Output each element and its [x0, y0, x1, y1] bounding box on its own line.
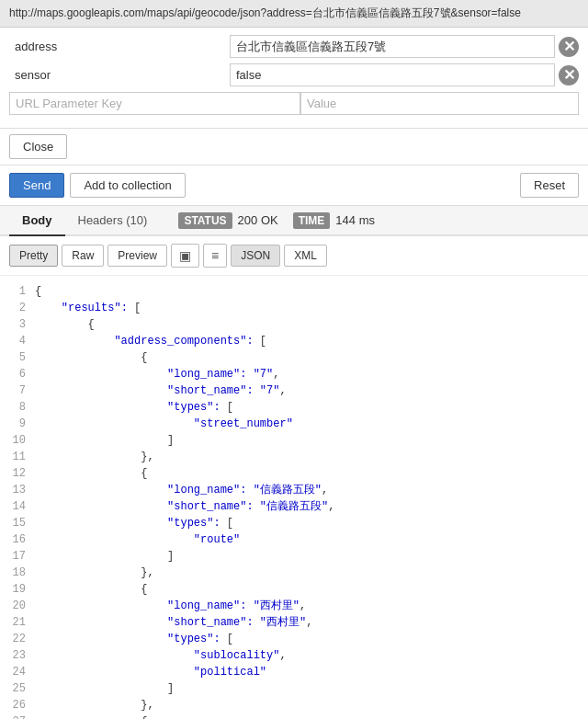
line-content: "short_name": "信義路五段",: [35, 498, 334, 515]
param-value-wrap: ✕: [230, 63, 579, 86]
code-line: 27 {: [9, 713, 579, 719]
line-content: "political": [35, 664, 266, 680]
pretty-button[interactable]: Pretty: [9, 245, 58, 267]
code-line: 2 "results": [: [9, 300, 579, 316]
line-number: 5: [9, 349, 35, 366]
code-line: 6 "long_name": "7",: [9, 366, 579, 382]
url-text: http://maps.googleapis.com/maps/api/geoc…: [9, 6, 521, 19]
line-content: {: [35, 349, 147, 366]
code-line: 13 "long_name": "信義路五段",: [9, 482, 579, 498]
actions-row: Send Add to collection Reset: [0, 165, 588, 206]
status-label: STATUS: [178, 212, 232, 229]
copy-icon-button[interactable]: ▣: [171, 244, 199, 268]
code-line: 4 "address_components": [: [9, 333, 579, 349]
send-button[interactable]: Send: [9, 173, 64, 198]
line-content: "types": [: [35, 515, 233, 531]
line-number: 27: [9, 713, 35, 719]
params-section: address✕sensor✕: [0, 28, 588, 129]
line-number: 6: [9, 366, 35, 382]
status-value: 200 OK: [238, 213, 278, 227]
tab-headers[interactable]: Headers (10): [65, 206, 161, 236]
close-button[interactable]: Close: [9, 134, 67, 159]
line-content: {: [35, 465, 147, 482]
wrap-icon-button[interactable]: ≡: [203, 244, 227, 268]
param-key-input[interactable]: [9, 92, 300, 115]
line-content: "long_name": "西村里",: [35, 598, 306, 614]
line-number: 11: [9, 449, 35, 465]
time-value: 144 ms: [335, 213, 375, 227]
line-content: "long_name": "信義路五段",: [35, 482, 328, 498]
line-number: 13: [9, 482, 35, 498]
time-label: TIME: [293, 212, 331, 229]
preview-button[interactable]: Preview: [107, 245, 167, 267]
line-content: "short_name": "西村里",: [35, 614, 312, 631]
line-content: "long_name": "7",: [35, 366, 279, 382]
reset-button[interactable]: Reset: [520, 173, 579, 198]
code-line: 3 {: [9, 316, 579, 333]
line-number: 26: [9, 697, 35, 713]
param-value-wrap: ✕: [230, 35, 579, 58]
param-row: [9, 92, 579, 115]
code-line: 23 "sublocality",: [9, 647, 579, 664]
code-line: 19 {: [9, 581, 579, 598]
line-number: 2: [9, 300, 35, 316]
line-content: ]: [35, 432, 174, 449]
line-number: 9: [9, 416, 35, 432]
line-number: 14: [9, 498, 35, 515]
line-number: 16: [9, 531, 35, 548]
param-row: address✕: [9, 35, 579, 58]
clear-param-button[interactable]: ✕: [559, 65, 579, 86]
code-line: 16 "route": [9, 531, 579, 548]
url-bar: http://maps.googleapis.com/maps/api/geoc…: [0, 0, 588, 28]
code-area: 1{2 "results": [3 {4 "address_components…: [0, 276, 588, 719]
line-number: 4: [9, 333, 35, 349]
line-number: 25: [9, 680, 35, 697]
status-section: STATUS 200 OK TIME 144 ms: [178, 212, 375, 229]
code-line: 9 "street_number": [9, 416, 579, 432]
raw-button[interactable]: Raw: [62, 245, 104, 267]
line-content: },: [35, 697, 154, 713]
code-line: 21 "short_name": "西村里",: [9, 614, 579, 631]
line-content: "address_components": [: [35, 333, 266, 349]
line-number: 23: [9, 647, 35, 664]
tab-body[interactable]: Body: [9, 206, 65, 236]
line-number: 17: [9, 548, 35, 565]
code-line: 15 "types": [: [9, 515, 579, 531]
code-line: 24 "political": [9, 664, 579, 680]
line-number: 20: [9, 598, 35, 614]
line-content: "street_number": [35, 416, 293, 432]
line-content: ]: [35, 548, 174, 565]
xml-button[interactable]: XML: [284, 245, 327, 267]
line-content: },: [35, 565, 154, 581]
code-line: 10 ]: [9, 432, 579, 449]
param-key-label: sensor: [9, 64, 230, 86]
clear-param-button[interactable]: ✕: [559, 37, 579, 57]
line-number: 18: [9, 565, 35, 581]
param-key-label: address: [9, 36, 230, 57]
param-value-input[interactable]: [230, 35, 555, 58]
line-content: ]: [35, 680, 174, 697]
line-content: {: [35, 283, 41, 300]
line-number: 1: [9, 283, 35, 300]
param-value-input[interactable]: [230, 63, 555, 86]
line-content: "short_name": "7",: [35, 382, 287, 399]
line-content: "sublocality",: [35, 647, 287, 664]
line-number: 12: [9, 465, 35, 482]
json-button[interactable]: JSON: [231, 245, 280, 267]
code-line: 7 "short_name": "7",: [9, 382, 579, 399]
line-number: 15: [9, 515, 35, 531]
line-number: 10: [9, 432, 35, 449]
line-content: {: [35, 581, 147, 598]
line-number: 21: [9, 614, 35, 631]
line-content: "results": [: [35, 300, 141, 316]
add-to-collection-button[interactable]: Add to collection: [70, 173, 185, 198]
line-content: {: [35, 713, 147, 719]
line-content: },: [35, 449, 154, 465]
code-line: 5 {: [9, 349, 579, 366]
line-content: "types": [: [35, 399, 233, 416]
line-number: 22: [9, 631, 35, 647]
line-number: 19: [9, 581, 35, 598]
response-toolbar: Pretty Raw Preview ▣ ≡ JSON XML: [0, 236, 588, 276]
param-value-input[interactable]: [300, 92, 579, 115]
code-line: 22 "types": [: [9, 631, 579, 647]
